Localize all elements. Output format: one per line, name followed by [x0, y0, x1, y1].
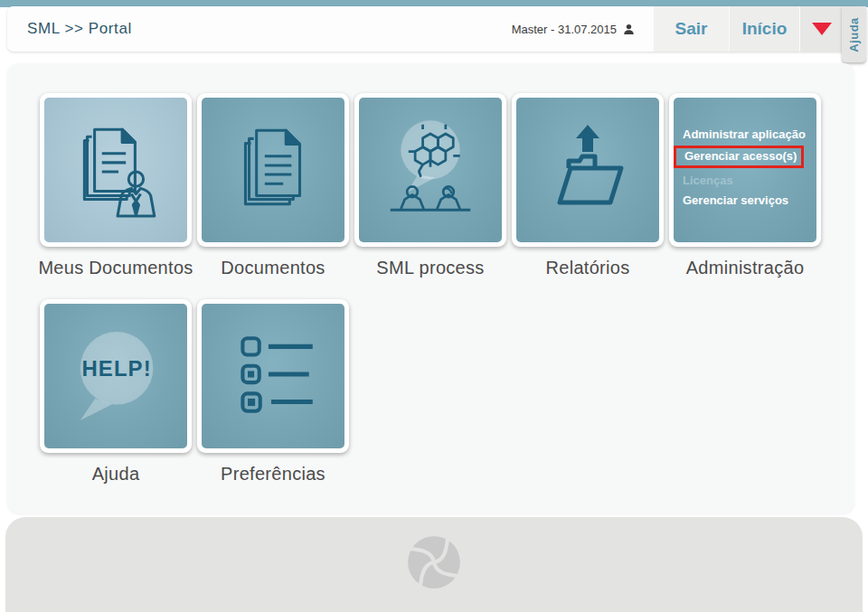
help-bubble-text: HELP! — [81, 356, 151, 381]
tile-sml-process[interactable] — [354, 93, 506, 247]
tile-label-documentos: Documentos — [187, 258, 359, 278]
admin-link-gerenciar-servicos[interactable]: Gerenciar serviços — [674, 191, 816, 211]
dropdown-caret-button[interactable] — [799, 6, 844, 52]
user-info: Master - 31.07.2015 — [512, 6, 635, 52]
tile-administracao[interactable]: Administrar aplicação Gerenciar acesso(s… — [669, 93, 821, 247]
footer — [5, 517, 863, 612]
checklist-icon — [222, 325, 324, 427]
tile-label-preferencias: Preferências — [187, 464, 359, 485]
documents-person-icon — [65, 117, 166, 223]
highlight-box: Gerenciar acesso(s) — [674, 146, 804, 168]
inicio-button[interactable]: Início — [729, 6, 799, 52]
admin-links: Administrar aplicação Gerenciar acesso(s… — [674, 125, 816, 211]
red-triangle-down-icon — [812, 23, 832, 35]
tile-label-ajuda: Ajuda — [30, 464, 202, 485]
ajuda-tab-label: Ajuda — [847, 17, 861, 52]
tile-label-meus-documentos: Meus Documentos — [30, 258, 202, 278]
ajuda-side-tab[interactable]: Ajuda — [842, 6, 866, 62]
sair-button[interactable]: Sair — [653, 6, 729, 52]
tile-documentos[interactable] — [197, 93, 349, 247]
tile-relatorios[interactable] — [512, 93, 664, 247]
portal-page: SML >> Portal Master - 31.07.2015 Sair I… — [0, 0, 868, 612]
tile-label-sml-process: SML process — [344, 258, 516, 278]
help-bubble-icon: HELP! — [61, 321, 170, 431]
tile-preferencias[interactable] — [197, 299, 349, 453]
admin-link-gerenciar-acessos[interactable]: Gerenciar acesso(s) — [674, 145, 816, 171]
documents-icon — [226, 119, 320, 221]
aperture-logo-icon — [404, 532, 464, 592]
tile-meus-documentos[interactable] — [40, 93, 192, 247]
admin-link-licencas: Licenças — [674, 171, 816, 191]
breadcrumb[interactable]: SML >> Portal — [27, 6, 132, 52]
tile-ajuda[interactable]: HELP! — [40, 299, 192, 453]
tile-label-relatorios: Relatórios — [502, 258, 674, 278]
main-panel: Administrar aplicação Gerenciar acesso(s… — [7, 63, 854, 513]
folder-upload-icon — [538, 118, 637, 221]
tile-label-administracao: Administração — [659, 258, 831, 278]
header-bar: SML >> Portal Master - 31.07.2015 Sair I… — [7, 6, 861, 52]
user-icon — [623, 24, 635, 35]
user-info-label: Master - 31.07.2015 — [512, 23, 617, 36]
molecule-chat-icon — [378, 117, 483, 223]
admin-link-administrar-aplicacao[interactable]: Administrar aplicação — [674, 125, 816, 145]
